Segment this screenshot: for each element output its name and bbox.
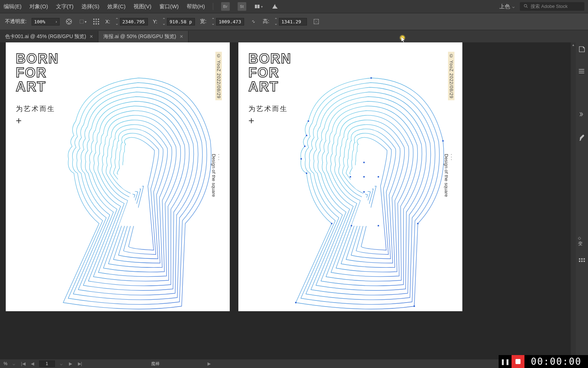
close-icon[interactable]: ×	[90, 34, 93, 40]
menu-object[interactable]: 对象(O)	[29, 3, 48, 10]
tab-doc-2[interactable]: 海报.ai @ 50% (RGB/GPU 预览) ×	[98, 31, 188, 42]
blend-artwork-selected[interactable]	[274, 69, 450, 310]
svg-rect-35	[378, 176, 379, 178]
prev-artboard-icon[interactable]: ◀	[30, 361, 36, 366]
svg-rect-49	[584, 261, 585, 262]
svg-point-11	[95, 19, 97, 20]
menu-effect[interactable]: 效果(C)	[107, 3, 126, 10]
menu-edit[interactable]: 编辑(E)	[4, 3, 22, 10]
svg-line-3	[527, 6, 528, 8]
svg-rect-29	[442, 140, 444, 142]
tool-name: 魔棒	[151, 361, 160, 367]
svg-point-17	[95, 23, 97, 25]
last-artboard-icon[interactable]: ▶|	[77, 361, 83, 366]
transform-icon[interactable]: ▾	[78, 17, 87, 26]
blend-artwork	[42, 69, 218, 310]
menu-window[interactable]: 窗口(W)	[159, 3, 179, 10]
pause-recording-button[interactable]: ❚❚	[499, 355, 512, 368]
scroll-up-icon[interactable]: ▲	[571, 42, 576, 47]
close-icon[interactable]: ×	[180, 34, 183, 40]
y-label: Y:	[153, 19, 157, 24]
svg-point-16	[93, 23, 94, 25]
svg-rect-32	[295, 302, 297, 303]
vertical-scrollbar[interactable]: ▲	[571, 42, 576, 359]
reference-point-icon[interactable]	[92, 17, 101, 26]
svg-rect-39	[351, 225, 352, 226]
expand-panels-icon[interactable]	[578, 111, 586, 119]
arrange-documents-icon[interactable]: ▾	[254, 2, 263, 11]
svg-point-10	[93, 19, 94, 20]
svg-rect-28	[370, 77, 372, 79]
svg-point-5	[68, 19, 69, 20]
poster-plus: +	[16, 115, 22, 126]
h-input[interactable]: ⌃⌄	[274, 18, 307, 26]
svg-rect-36	[350, 176, 351, 178]
workspace-label: 上色	[499, 3, 510, 10]
svg-rect-1	[257, 5, 260, 8]
artboard-number-input[interactable]	[39, 360, 55, 367]
svg-rect-26	[306, 135, 307, 136]
first-artboard-icon[interactable]: |◀	[20, 361, 26, 366]
spin-icon: ⌃⌄	[162, 18, 165, 26]
svg-rect-45	[581, 258, 583, 260]
svg-rect-33	[331, 223, 332, 224]
svg-point-2	[524, 4, 527, 7]
svg-rect-27	[308, 120, 309, 122]
opacity-dropdown-icon[interactable]: ›	[53, 19, 59, 24]
search-icon	[523, 4, 528, 10]
brushes-panel-icon[interactable]	[578, 134, 586, 142]
w-input[interactable]: ⌃⌄	[211, 18, 244, 26]
chevron-down-icon: ⌵	[512, 4, 515, 9]
control-bar: 不透明度: › ▾ X: ⌃⌄ Y: ⌃⌄ 宽: ⌃⌄ 高: ⌃⌄	[0, 13, 588, 30]
opacity-input[interactable]	[32, 18, 53, 25]
stop-recording-button[interactable]	[512, 355, 524, 368]
next-artboard-icon[interactable]: ▶	[68, 361, 74, 366]
spin-icon: ⌃⌄	[115, 18, 118, 26]
y-input[interactable]: ⌃⌄	[162, 18, 195, 26]
search-stock-input[interactable]: 搜索 Adobe Stock	[520, 2, 584, 11]
bridge-icon[interactable]: Br	[221, 2, 230, 11]
svg-rect-48	[581, 261, 583, 262]
svg-point-21	[118, 162, 145, 192]
svg-rect-24	[300, 158, 302, 160]
transform-panel-icon[interactable]: ◇ 变	[578, 235, 586, 243]
artboard-1: BORN FOR ART 为艺术而生 + © YooZ 2022/08/29 ·…	[6, 42, 230, 311]
menu-type[interactable]: 文字(T)	[56, 3, 74, 10]
align-panel-icon[interactable]	[578, 257, 586, 265]
divider	[213, 3, 213, 10]
screen-recorder-overlay: ❚❚ 00:00:00	[499, 355, 588, 368]
tab-label: 色卡001.ai @ 45% (RGB/GPU 预览)	[5, 33, 86, 40]
svg-point-12	[98, 19, 99, 20]
zoom-dropdown-icon[interactable]: ⌵	[11, 361, 17, 366]
svg-point-18	[98, 23, 99, 25]
svg-rect-47	[579, 261, 580, 262]
svg-point-15	[98, 21, 99, 22]
svg-point-8	[67, 21, 68, 22]
tab-doc-1[interactable]: 色卡001.ai @ 45% (RGB/GPU 预览) ×	[0, 31, 98, 42]
recolor-icon[interactable]	[65, 17, 73, 26]
x-input[interactable]: ⌃⌄	[115, 18, 148, 26]
link-wh-icon[interactable]	[249, 17, 258, 26]
svg-point-14	[95, 21, 97, 22]
svg-rect-44	[579, 258, 580, 260]
canvas[interactable]: BORN FOR ART 为艺术而生 + © YooZ 2022/08/29 ·…	[0, 42, 576, 359]
opacity-label: 不透明度:	[5, 18, 27, 25]
properties-panel-icon[interactable]	[578, 45, 586, 53]
spin-icon: ⌃⌄	[211, 18, 215, 26]
svg-rect-37	[363, 162, 365, 163]
cursor-icon	[401, 37, 406, 42]
artboard-dropdown-icon[interactable]: ⌵	[59, 361, 64, 366]
scale-corners-icon[interactable]	[312, 17, 321, 26]
workspace-switcher[interactable]: 上色 ⌵	[499, 3, 515, 10]
svg-rect-30	[417, 223, 419, 224]
svg-rect-25	[304, 146, 305, 147]
menu-icon[interactable]	[578, 68, 586, 75]
tool-info-dropdown-icon[interactable]: ▶	[206, 361, 212, 366]
svg-point-13	[93, 21, 94, 22]
gpu-icon[interactable]	[271, 2, 279, 11]
stock-icon[interactable]: St	[238, 2, 246, 11]
menu-help[interactable]: 帮助(H)	[187, 3, 205, 10]
menu-select[interactable]: 选择(S)	[81, 3, 99, 10]
menu-view[interactable]: 视图(V)	[134, 3, 151, 10]
menu-bar: 编辑(E) 对象(O) 文字(T) 选择(S) 效果(C) 视图(V) 窗口(W…	[0, 0, 588, 13]
